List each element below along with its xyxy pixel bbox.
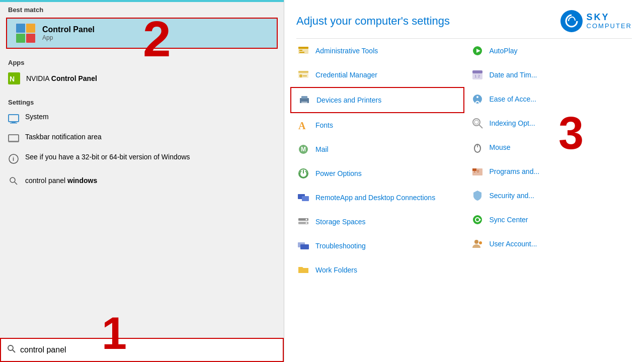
- svg-rect-21: [299, 52, 304, 53]
- troubleshoot-label: Troubleshooting: [315, 242, 366, 250]
- cp-item-troubleshooting[interactable]: Troubleshooting: [290, 234, 464, 258]
- remote-label: RemoteApp and Desktop Connections: [315, 194, 435, 202]
- svg-line-15: [15, 182, 17, 185]
- devices-printers-label: Devices and Printers: [316, 96, 381, 104]
- number-1-badge: 1: [102, 311, 127, 356]
- svg-point-24: [299, 74, 302, 77]
- cp-item-user-accounts[interactable]: User Account...: [464, 232, 638, 256]
- programs-icon: 1 0: [470, 164, 485, 178]
- cp-item-ease[interactable]: Ease of Acce...: [464, 87, 638, 111]
- devices-printers-icon: [297, 93, 311, 107]
- nvidia-app-item[interactable]: N NVIDIA Control Panel: [0, 68, 284, 88]
- work-folders-label: Work Folders: [315, 266, 357, 274]
- svg-point-16: [8, 345, 13, 350]
- left-panel: Best match Control Panel App 2 Apps N NV…: [0, 0, 284, 362]
- cp-item-sync[interactable]: Sync Center: [464, 208, 638, 232]
- settings-item-system[interactable]: System: [0, 108, 284, 128]
- svg-rect-23: [298, 71, 308, 73]
- svg-rect-34: [302, 196, 309, 201]
- settings-system-text: System: [25, 112, 49, 122]
- sky-text: SKY COMPUTER: [587, 13, 632, 30]
- search-suggestion-icon: [8, 175, 19, 187]
- search-bar[interactable]: control panel 1: [0, 338, 284, 362]
- svg-text:1 0: 1 0: [473, 169, 479, 173]
- settings-item-bitness[interactable]: i See if you have a 32-bit or 64-bit ver…: [0, 148, 284, 168]
- cp-item-power[interactable]: Power Options: [290, 161, 464, 186]
- taskbar-icon: [8, 133, 19, 144]
- mouse-label: Mouse: [490, 143, 511, 151]
- cp-item-mail[interactable]: M Mail: [290, 137, 464, 161]
- cp-item-indexing[interactable]: Indexing Opt...: [464, 111, 638, 135]
- svg-point-58: [474, 240, 478, 244]
- svg-rect-2: [26, 24, 35, 33]
- settings-label: Settings: [0, 95, 284, 108]
- storage-label: Storage Spaces: [315, 218, 366, 226]
- apps-label: Apps: [0, 55, 284, 68]
- svg-rect-27: [301, 96, 307, 99]
- svg-point-50: [474, 120, 478, 124]
- power-icon: [296, 166, 310, 180]
- troubleshoot-icon: [296, 239, 310, 253]
- system-icon: [8, 113, 19, 124]
- best-match-subtitle: App: [42, 34, 95, 41]
- best-match-title: Control Panel: [42, 25, 95, 34]
- security-icon: [470, 189, 485, 203]
- svg-rect-19: [298, 47, 308, 49]
- indexing-label: Indexing Opt...: [490, 119, 535, 127]
- control-panel-icon: [15, 23, 36, 44]
- svg-point-47: [476, 96, 478, 98]
- sky-text-top: SKY: [587, 13, 632, 23]
- svg-rect-44: [472, 70, 482, 73]
- cp-item-credential[interactable]: Credential Manager: [290, 63, 464, 87]
- sky-text-bottom: COMPUTER: [587, 23, 632, 30]
- fonts-icon: A: [296, 118, 310, 132]
- cp-item-date-time[interactable]: 1 2 Date and Tim...: [464, 63, 638, 87]
- autoplay-icon: [470, 44, 485, 58]
- security-label: Security and...: [490, 192, 535, 200]
- cp-item-devices-printers[interactable]: Devices and Printers: [290, 87, 464, 113]
- cp-item-mouse[interactable]: Mouse: [464, 135, 638, 159]
- cp-col2: AutoPlay 1 2 Date and Tim... Ease of Acc…: [464, 39, 638, 282]
- cp-item-admin-tools[interactable]: Administrative Tools: [290, 39, 464, 63]
- fonts-label: Fonts: [315, 121, 333, 129]
- nvidia-icon: N: [8, 72, 20, 84]
- svg-text:M: M: [301, 146, 306, 153]
- settings-bitness-text: See if you have a 32-bit or 64-bit versi…: [25, 152, 190, 162]
- cp-item-autoplay[interactable]: AutoPlay: [464, 39, 638, 63]
- control-panel-grid: Administrative Tools Credential Manager …: [284, 39, 644, 282]
- programs-label: Programs and...: [490, 167, 540, 175]
- cp-item-security[interactable]: Security and...: [464, 184, 638, 208]
- ease-access-icon: [470, 92, 485, 106]
- number-3-badge: 3: [558, 111, 584, 156]
- cp-item-remote[interactable]: RemoteApp and Desktop Connections: [290, 186, 464, 210]
- svg-rect-4: [26, 34, 35, 43]
- svg-point-37: [306, 219, 307, 220]
- svg-point-59: [479, 241, 482, 244]
- svg-rect-11: [9, 141, 19, 142]
- cp-item-storage[interactable]: Storage Spaces: [290, 210, 464, 234]
- best-match-item[interactable]: Control Panel App 2: [6, 18, 278, 49]
- indexing-icon: [470, 116, 485, 130]
- adjust-title: Adjust your computer's settings: [296, 15, 450, 28]
- cp-item-work-folders[interactable]: Work Folders: [290, 258, 464, 282]
- date-time-label: Date and Tim...: [490, 71, 537, 79]
- svg-point-38: [306, 222, 307, 224]
- svg-rect-7: [9, 115, 19, 122]
- cp-item-programs[interactable]: 1 0 Programs and...: [464, 159, 638, 184]
- svg-rect-1: [16, 24, 25, 33]
- user-accounts-icon: [470, 237, 485, 251]
- cp-col1: Administrative Tools Credential Manager …: [290, 39, 464, 282]
- power-label: Power Options: [315, 169, 362, 177]
- search-bar-icon: [7, 344, 16, 355]
- cp-item-fonts[interactable]: A Fonts: [290, 113, 464, 137]
- mail-icon: M: [296, 142, 310, 156]
- svg-text:A: A: [298, 120, 306, 131]
- search-suggestion-text: control panel windows: [25, 176, 97, 185]
- search-suggestion-item[interactable]: control panel windows: [0, 170, 284, 191]
- svg-point-46: [473, 95, 482, 104]
- settings-item-taskbar[interactable]: Taskbar notification area: [0, 128, 284, 148]
- number-2-badge: 2: [143, 14, 171, 64]
- info-icon: i: [8, 153, 19, 164]
- sky-brand: SKY COMPUTER: [560, 10, 632, 32]
- svg-rect-9: [10, 123, 17, 124]
